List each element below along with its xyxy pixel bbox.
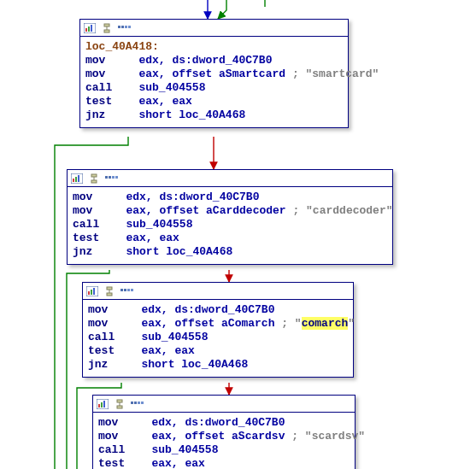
svg-rect-30 — [124, 289, 126, 291]
chart-icon[interactable] — [86, 286, 98, 296]
node-disassembly: mov edx, ds:dword_40C7B0 mov eax, offset… — [93, 413, 355, 469]
svg-rect-42 — [138, 402, 140, 404]
svg-rect-37 — [117, 400, 122, 402]
cfg-node-comarch[interactable]: mov edx, ds:dword_40C7B0 mov eax, offset… — [82, 282, 354, 378]
hex-icon[interactable] — [105, 173, 119, 184]
flow-icon[interactable] — [114, 399, 126, 409]
svg-rect-38 — [117, 406, 122, 408]
svg-rect-31 — [127, 289, 130, 291]
node-disassembly: mov edx, ds:dword_40C7B0 mov eax, offset… — [68, 187, 392, 264]
svg-rect-27 — [107, 293, 112, 296]
svg-rect-26 — [107, 287, 112, 290]
svg-rect-41 — [134, 402, 137, 404]
node-toolbar — [83, 283, 353, 300]
node-toolbar — [80, 20, 348, 37]
flow-icon[interactable] — [88, 173, 100, 184]
svg-rect-32 — [131, 289, 133, 291]
chart-icon[interactable] — [84, 23, 96, 33]
svg-rect-29 — [120, 289, 123, 291]
hex-icon[interactable] — [131, 399, 144, 409]
svg-rect-13 — [75, 177, 77, 182]
svg-rect-2 — [88, 26, 90, 32]
flow-icon[interactable] — [101, 23, 113, 33]
flow-icon[interactable] — [103, 286, 115, 296]
svg-rect-19 — [109, 176, 111, 179]
svg-rect-7 — [118, 26, 120, 28]
svg-rect-5 — [104, 30, 109, 32]
search-highlight: comarch — [302, 317, 349, 330]
svg-rect-20 — [112, 176, 115, 179]
svg-rect-10 — [128, 26, 131, 28]
svg-rect-4 — [104, 24, 109, 26]
svg-rect-14 — [78, 175, 79, 182]
cfg-node-loc_40A418[interactable]: loc_40A418: mov edx, ds:dword_40C7B0 mov… — [79, 19, 349, 128]
node-toolbar — [68, 170, 392, 187]
svg-rect-43 — [141, 402, 144, 404]
svg-rect-1 — [85, 28, 87, 32]
svg-rect-36 — [103, 401, 105, 407]
svg-rect-9 — [125, 26, 127, 28]
block-label: loc_40A418: — [85, 40, 159, 53]
node-disassembly: mov edx, ds:dword_40C7B0 mov eax, offset… — [83, 300, 353, 377]
chart-icon[interactable] — [71, 173, 83, 184]
svg-rect-35 — [101, 402, 103, 407]
svg-rect-3 — [91, 25, 92, 32]
svg-rect-25 — [93, 288, 95, 295]
svg-rect-8 — [121, 26, 124, 28]
node-toolbar — [93, 396, 355, 413]
svg-rect-34 — [98, 404, 100, 407]
svg-rect-12 — [73, 179, 74, 182]
hex-icon[interactable] — [120, 286, 134, 296]
svg-rect-23 — [88, 291, 90, 295]
svg-rect-16 — [91, 180, 97, 183]
svg-rect-15 — [91, 174, 97, 177]
svg-rect-18 — [105, 176, 108, 179]
hex-icon[interactable] — [118, 23, 132, 33]
svg-rect-21 — [115, 176, 118, 179]
svg-rect-40 — [131, 402, 133, 404]
svg-rect-24 — [91, 290, 92, 295]
cfg-node-scardsv[interactable]: mov edx, ds:dword_40C7B0 mov eax, offset… — [92, 395, 356, 469]
chart-icon[interactable] — [97, 399, 109, 409]
cfg-node-carddecoder[interactable]: mov edx, ds:dword_40C7B0 mov eax, offset… — [67, 169, 393, 265]
node-disassembly: loc_40A418: mov edx, ds:dword_40C7B0 mov… — [80, 37, 348, 127]
